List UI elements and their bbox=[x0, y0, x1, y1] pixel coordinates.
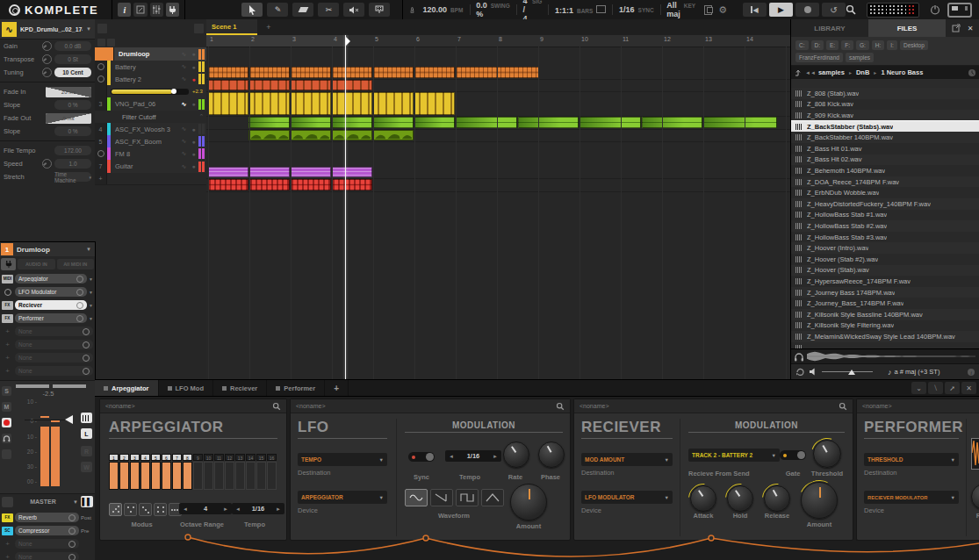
knob-icon[interactable] bbox=[42, 54, 52, 64]
favorite-d[interactable]: D: bbox=[811, 40, 824, 50]
mute-button[interactable]: M bbox=[2, 402, 11, 412]
breadcrumb-back-icon[interactable]: ◄◄ bbox=[805, 70, 816, 75]
clip[interactable] bbox=[373, 67, 414, 78]
clip[interactable] bbox=[414, 67, 455, 78]
track-header-guitar[interactable]: 7Guitar∿● bbox=[95, 160, 206, 174]
playhead-marker[interactable] bbox=[346, 37, 350, 46]
search-icon[interactable] bbox=[272, 402, 281, 411]
popout-icon[interactable]: ➚ bbox=[945, 382, 960, 394]
clip[interactable] bbox=[518, 117, 579, 128]
modus-button-3[interactable] bbox=[139, 503, 152, 516]
value-gain[interactable]: 0.0 dB bbox=[54, 41, 91, 51]
file-row[interactable]: Z_Journey Bass 174BPM.wav bbox=[791, 287, 979, 298]
file-row[interactable]: Z_DOA_Reece_174BPM F.wav bbox=[791, 176, 979, 188]
close-icon[interactable]: ✕ bbox=[963, 22, 977, 34]
favorite-i[interactable]: I: bbox=[887, 40, 897, 50]
clip[interactable] bbox=[332, 67, 372, 78]
favorite-samples[interactable]: samples bbox=[846, 53, 874, 62]
arranger-timeline[interactable]: Scene 1 + 1234567891011121314 bbox=[206, 19, 790, 379]
plugin-slot-performer[interactable]: FXPerformer▼ bbox=[0, 312, 95, 325]
track-header-fm-8[interactable]: FM 8∿● bbox=[95, 147, 206, 161]
automation-icon[interactable]: ∿ bbox=[179, 126, 189, 133]
width-slider[interactable] bbox=[53, 384, 86, 388]
bypass-icon[interactable]: ⧹ bbox=[928, 382, 943, 394]
knob-icon[interactable] bbox=[42, 159, 52, 169]
search-icon[interactable] bbox=[556, 402, 565, 411]
power-icon[interactable] bbox=[930, 4, 940, 15]
headphones-icon[interactable] bbox=[794, 352, 804, 362]
clip[interactable] bbox=[373, 117, 414, 128]
midi-in-button[interactable]: All MIDI IN bbox=[57, 259, 95, 269]
cue-headphones-button[interactable] bbox=[2, 434, 11, 443]
file-row[interactable]: Z_Killsonik Style Filtering.wav bbox=[791, 320, 979, 332]
clip[interactable] bbox=[291, 167, 331, 177]
arp-octave-stepper[interactable]: ◄4► bbox=[179, 503, 232, 514]
clip[interactable] bbox=[291, 92, 331, 115]
master-selector[interactable]: MASTER bbox=[16, 499, 70, 505]
track-header-vng_pad_06[interactable]: 3VNG_Pad_06∿● bbox=[95, 97, 206, 111]
file-row[interactable] bbox=[791, 342, 979, 348]
automation-icon[interactable]: ∿ bbox=[179, 150, 189, 157]
fade-in-control[interactable]: 20 ms bbox=[46, 87, 91, 97]
knob-icon[interactable] bbox=[42, 68, 52, 77]
arp-step[interactable] bbox=[246, 462, 256, 490]
clip[interactable] bbox=[642, 117, 703, 128]
record-arm-button[interactable] bbox=[2, 418, 11, 427]
track-header-battery[interactable]: Battery∿● bbox=[95, 61, 206, 74]
breadcrumb-item[interactable]: samples bbox=[818, 68, 845, 76]
modus-button-4[interactable] bbox=[154, 503, 167, 516]
clip[interactable] bbox=[291, 117, 331, 128]
performer-rate-knob[interactable] bbox=[971, 484, 979, 510]
favorite-franzferdinand[interactable]: FranzFerdinand bbox=[795, 53, 843, 62]
file-row[interactable]: Z_Hoover (Stab #2).wav bbox=[791, 254, 979, 265]
gate-toggle[interactable] bbox=[780, 450, 806, 460]
volume-fader[interactable] bbox=[65, 415, 73, 424]
tempo-field[interactable]: 120.00BPM bbox=[417, 5, 470, 14]
clip[interactable] bbox=[579, 117, 641, 128]
plugin-slot-lfo-modulator[interactable]: LFO Modulator▼ bbox=[0, 285, 95, 298]
automation-icon[interactable]: ∿ bbox=[179, 101, 189, 108]
close-icon[interactable]: ✕ bbox=[961, 382, 976, 394]
key-settings-gear-icon[interactable]: ⚙ bbox=[718, 4, 727, 16]
mixer-view-button[interactable] bbox=[150, 3, 163, 17]
file-row[interactable]: Z_BackStabber 140BPM.wav bbox=[791, 132, 979, 143]
clip[interactable] bbox=[414, 92, 455, 115]
sample-selector[interactable]: ∿ KPD_Drumlu_..02_174 ▼ bbox=[0, 19, 95, 39]
file-row[interactable]: Z_909 Kick.wav bbox=[791, 110, 979, 121]
file-row[interactable]: Z_Killsonik Style Bassline 140BPM.wav bbox=[791, 309, 979, 320]
cycle-dot-icon[interactable]: ● bbox=[189, 151, 198, 157]
track-header-filter-cutoff[interactable]: Filter Cutoff⌃ bbox=[95, 111, 206, 124]
file-row[interactable]: Z_HypersawReece_174BPM F.wav bbox=[791, 276, 979, 287]
file-row[interactable]: Z_Bass Hit 02.wav bbox=[791, 154, 979, 166]
value-tuning[interactable]: 10 Cent bbox=[54, 68, 91, 77]
favorite-e[interactable]: E: bbox=[826, 40, 839, 50]
favorite-c[interactable]: C: bbox=[795, 40, 809, 50]
arp-step[interactable] bbox=[183, 462, 192, 490]
dock-add-tab[interactable]: + bbox=[325, 380, 349, 396]
clip[interactable] bbox=[248, 130, 290, 140]
info-button[interactable]: i bbox=[118, 3, 131, 17]
arp-step[interactable] bbox=[193, 462, 203, 490]
value-stretch[interactable]: Time Machine ▾ bbox=[54, 172, 91, 182]
up-one-level-icon[interactable] bbox=[795, 68, 803, 76]
master-fx-slot-none[interactable]: +None bbox=[0, 550, 95, 560]
dock-tab-performer[interactable]: Performer bbox=[267, 380, 325, 396]
cycle-dot-icon[interactable]: ● bbox=[189, 51, 198, 57]
hold-knob[interactable] bbox=[727, 485, 753, 512]
plugin-slot-none[interactable]: +None bbox=[0, 351, 95, 364]
clip[interactable] bbox=[208, 92, 248, 115]
arp-step[interactable] bbox=[151, 462, 161, 490]
eraser-tool-button[interactable] bbox=[292, 3, 313, 17]
arp-step[interactable] bbox=[130, 462, 140, 490]
record-button[interactable] bbox=[795, 3, 819, 17]
preview-volume-slider[interactable] bbox=[822, 369, 873, 376]
preset-name[interactable]: <noname> bbox=[296, 403, 556, 409]
value-file-tempo[interactable]: 172.00 bbox=[54, 146, 91, 155]
attack-knob[interactable] bbox=[690, 485, 716, 512]
arp-step[interactable] bbox=[204, 462, 213, 490]
reciever-device-dropdown[interactable]: LFO MODULATOR▼ bbox=[581, 491, 673, 504]
preset-name[interactable]: <noname> bbox=[105, 403, 272, 409]
clip[interactable] bbox=[249, 67, 290, 78]
clip[interactable] bbox=[291, 80, 331, 90]
clip[interactable] bbox=[291, 130, 331, 140]
